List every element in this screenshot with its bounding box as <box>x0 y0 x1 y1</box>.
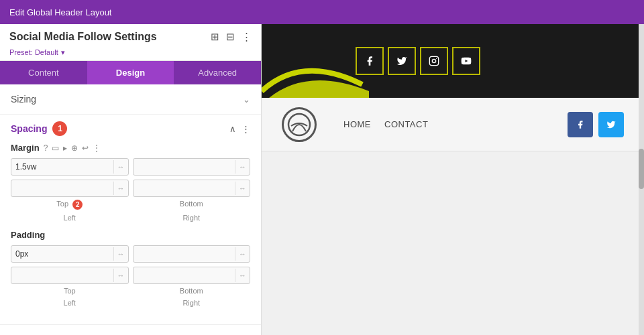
padding-right-input-box: ↔ <box>133 267 251 284</box>
top-bar: Edit Global Header Layout <box>0 0 644 24</box>
resize-icon[interactable]: ⊞ <box>211 31 219 43</box>
panel-title: Social Media Follow Settings <box>9 31 157 43</box>
tab-advanced[interactable]: Advanced <box>174 61 261 84</box>
panel-header: Social Media Follow Settings ⊞ ⊟ ⋮ Prese… <box>0 24 261 61</box>
preset-label[interactable]: Preset: Default ▾ <box>9 46 252 58</box>
padding-section: Padding ↔ ↔ <box>11 230 250 307</box>
margin-badge-2: 2 <box>72 200 83 210</box>
margin-top-input-box: ↔ <box>11 158 129 176</box>
margin-left-group: ↔ <box>11 180 129 197</box>
spacing-collapse-icon[interactable]: ∧ <box>229 124 236 134</box>
sizing-section[interactable]: Sizing ⌄ <box>0 84 261 115</box>
padding-inputs: ↔ ↔ ↔ <box>11 245 250 284</box>
margin-left-link-icon[interactable]: ↔ <box>113 182 128 195</box>
nav-link-home[interactable]: HOME <box>343 119 371 129</box>
main-layout: Social Media Follow Settings ⊞ ⊟ ⋮ Prese… <box>0 24 644 335</box>
nav-social-buttons <box>568 112 624 137</box>
tab-content[interactable]: Content <box>0 61 87 84</box>
margin-title: Margin <box>11 143 40 153</box>
social-icon-facebook[interactable] <box>356 47 384 75</box>
padding-labels: Top Bottom Left Right <box>11 287 250 307</box>
margin-help-icon[interactable]: ? <box>44 143 48 153</box>
margin-bottom-label: Bottom <box>133 200 251 210</box>
spacing-header: Spacing 1 ∧ ⋮ <box>11 121 250 136</box>
nav-links: HOME CONTACT <box>343 119 554 129</box>
margin-pin-icon[interactable]: ⊕ <box>71 143 78 153</box>
tab-design[interactable]: Design <box>87 61 174 84</box>
padding-top-link-icon[interactable]: ↔ <box>113 247 128 261</box>
margin-right-input-box: ↔ <box>133 180 251 197</box>
padding-title: Padding <box>11 230 45 240</box>
preset-chevron[interactable]: ▾ <box>61 48 65 56</box>
padding-left-input[interactable] <box>11 267 113 283</box>
margin-header: Margin ? ▭ ▸ ⊕ ↩ ⋮ <box>11 143 250 153</box>
padding-top-label: Top <box>11 287 129 295</box>
nav-link-contact[interactable]: CONTACT <box>384 119 428 129</box>
margin-bottom-input-box: ↔ <box>133 158 251 176</box>
margin-top-link-icon[interactable]: ↔ <box>113 160 128 174</box>
margin-bottom-group: ↔ <box>133 158 251 176</box>
margin-icons: ? ▭ ▸ ⊕ ↩ ⋮ <box>44 143 101 153</box>
spacing-title: Spacing <box>11 123 47 134</box>
panel-content: Sizing ⌄ Spacing 1 ∧ ⋮ <box>0 84 261 335</box>
margin-device-icon[interactable]: ▭ <box>52 143 59 153</box>
social-icon-twitter[interactable] <box>388 47 416 75</box>
svg-point-2 <box>436 58 437 59</box>
preview-header-top <box>262 24 644 98</box>
padding-bottom-input[interactable] <box>133 246 235 262</box>
nav-social-twitter[interactable] <box>598 112 624 137</box>
margin-top-label: Top 2 <box>11 200 129 210</box>
scrollbar-thumb[interactable] <box>639 149 644 189</box>
padding-bottom-link-icon[interactable]: ↔ <box>235 247 250 261</box>
nav-social-facebook[interactable] <box>568 112 593 137</box>
svg-point-1 <box>432 59 435 62</box>
social-icon-instagram[interactable] <box>420 47 448 75</box>
padding-bottom-group: ↔ <box>133 245 251 263</box>
padding-right-input[interactable] <box>133 267 235 283</box>
social-icon-youtube[interactable] <box>452 47 480 75</box>
scrollbar-track <box>639 24 644 335</box>
margin-cursor-icon[interactable]: ▸ <box>63 143 67 153</box>
margin-labels: Top 2 Bottom Left Right <box>11 200 250 222</box>
margin-left-label: Left <box>11 214 129 222</box>
panel-title-icons: ⊞ ⊟ ⋮ <box>211 31 252 43</box>
sizing-chevron: ⌄ <box>243 94 250 105</box>
margin-right-group: ↔ <box>133 180 251 197</box>
spacing-title-group: Spacing 1 <box>11 121 67 136</box>
margin-undo-icon[interactable]: ↩ <box>82 143 89 153</box>
more-icon[interactable]: ⋮ <box>241 31 252 43</box>
margin-top-group: ↔ <box>11 158 129 176</box>
margin-left-input-box: ↔ <box>11 180 129 197</box>
spacing-options-icon[interactable]: ⋮ <box>241 124 250 134</box>
yellow-curve-decoration <box>262 51 369 98</box>
margin-bottom-link-icon[interactable]: ↔ <box>235 160 250 174</box>
padding-right-link-icon[interactable]: ↔ <box>235 269 250 282</box>
padding-left-input-box: ↔ <box>11 267 129 284</box>
margin-bottom-input[interactable] <box>133 159 235 175</box>
margin-right-input[interactable] <box>133 180 235 196</box>
dock-icon[interactable]: ⊟ <box>226 31 235 43</box>
padding-left-link-icon[interactable]: ↔ <box>113 269 128 282</box>
spacing-section: Spacing 1 ∧ ⋮ Margin ? ▭ <box>0 115 261 325</box>
padding-top-input-box: ↔ <box>11 245 129 263</box>
margin-inputs: ↔ ↔ ↔ <box>11 158 250 197</box>
padding-bottom-input-box: ↔ <box>133 245 251 263</box>
tabs-bar: Content Design Advanced <box>0 61 261 84</box>
padding-right-label: Right <box>133 299 251 307</box>
top-bar-title: Edit Global Header Layout <box>9 7 111 17</box>
padding-bottom-label: Bottom <box>133 287 251 295</box>
padding-top-input[interactable] <box>11 246 113 262</box>
margin-more-icon[interactable]: ⋮ <box>93 143 101 153</box>
nav-logo <box>282 107 317 142</box>
margin-top-input[interactable] <box>11 159 113 175</box>
padding-top-group: ↔ <box>11 245 129 263</box>
panel-title-row: Social Media Follow Settings ⊞ ⊟ ⋮ <box>9 31 252 43</box>
right-preview: HOME CONTACT <box>262 24 644 335</box>
padding-left-group: ↔ <box>11 267 129 284</box>
padding-right-group: ↔ <box>133 267 251 284</box>
svg-rect-0 <box>429 56 438 65</box>
margin-right-link-icon[interactable]: ↔ <box>235 182 250 195</box>
spacing-controls: ∧ ⋮ <box>229 124 250 134</box>
margin-left-input[interactable] <box>11 180 113 196</box>
margin-section: Margin ? ▭ ▸ ⊕ ↩ ⋮ <box>11 143 250 222</box>
